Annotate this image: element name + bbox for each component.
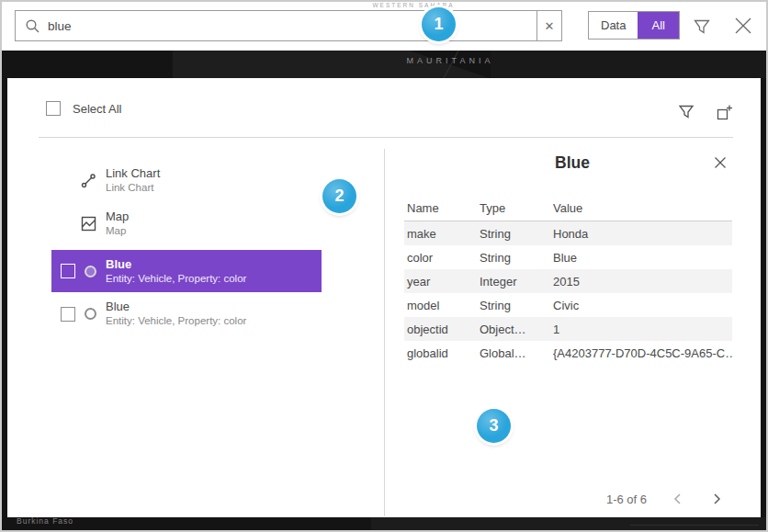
cell-value: 1 <box>553 323 732 336</box>
search-icon <box>25 18 40 34</box>
cell-name: objectid <box>404 323 480 336</box>
list-item-link-chart[interactable]: Link Chart Link Chart <box>51 159 322 202</box>
map-label-western-sahara: WESTERN SAHARA <box>356 2 470 8</box>
cell-type: Global… <box>480 346 553 360</box>
clear-search-icon[interactable]: ✕ <box>537 11 561 40</box>
result-checkbox[interactable] <box>61 264 75 278</box>
select-all-row: Select All <box>46 101 121 116</box>
scope-data-button[interactable]: Data <box>589 12 638 39</box>
table-row: model String Civic <box>404 293 732 317</box>
cell-value: 2015 <box>553 275 732 289</box>
map-landmass <box>371 517 766 530</box>
result-title: Blue <box>106 257 246 272</box>
cell-name: make <box>404 227 480 241</box>
table-row: objectid Object… 1 <box>404 317 732 341</box>
cell-type: String <box>480 299 553 312</box>
select-all-label: Select All <box>73 102 121 116</box>
list-item-map[interactable]: Map Map <box>51 202 322 245</box>
table-row: make String Honda <box>404 221 732 245</box>
cell-name: globalid <box>404 346 480 360</box>
close-icon[interactable] <box>733 16 753 36</box>
map-icon <box>81 216 96 232</box>
list-item-blue-selected[interactable]: Blue Entity: Vehicle, Property: color <box>51 250 322 292</box>
result-subtitle: Link Chart <box>106 181 160 195</box>
search-header: ✕ Data All <box>2 2 766 51</box>
table-row: color String Blue <box>404 245 732 269</box>
cell-name: year <box>404 275 480 289</box>
link-chart-icon <box>81 173 96 188</box>
cell-value: Honda <box>553 227 732 241</box>
map-label-burkina-faso: Burkina Faso <box>17 516 73 526</box>
column-header: Name <box>404 201 480 215</box>
page-range-label: 1-6 of 6 <box>606 492 647 506</box>
cell-value: Civic <box>553 299 732 312</box>
table-row: globalid Global… {A4203777-D70D-4C5C-9A6… <box>404 341 732 365</box>
table-header: Name Type Value <box>404 196 732 221</box>
page-prev-icon[interactable] <box>671 492 685 506</box>
cell-name: model <box>404 299 480 312</box>
callout-badge-1: 1 <box>422 7 456 41</box>
search-results-panel: Select All <box>7 78 761 517</box>
result-title: Map <box>106 209 129 224</box>
results-list: Link Chart Link Chart Map Map <box>51 159 322 335</box>
search-box: ✕ <box>15 10 562 41</box>
scope-all-button[interactable]: All <box>638 12 678 39</box>
detail-pane: Blue Name Type Value make String Honda <box>384 78 761 517</box>
page-next-icon[interactable] <box>709 492 724 506</box>
cell-type: String <box>480 251 553 265</box>
table-row: year Integer 2015 <box>404 269 732 293</box>
search-input[interactable] <box>40 11 536 40</box>
list-item-blue[interactable]: Blue Entity: Vehicle, Property: color <box>51 292 322 335</box>
map-label-mauritania: MAURITANIA <box>377 56 524 65</box>
callout-badge-3: 3 <box>477 409 511 443</box>
entity-icon <box>85 308 96 320</box>
scope-toggle: Data All <box>588 11 680 40</box>
app-window: MAURITANIA Burkina Faso WESTERN SAHARA ✕… <box>0 0 768 532</box>
properties-table: Name Type Value make String Honda color … <box>404 196 732 365</box>
result-subtitle: Entity: Vehicle, Property: color <box>106 314 246 328</box>
cell-name: color <box>404 251 480 265</box>
result-title: Blue <box>106 300 246 314</box>
result-checkbox[interactable] <box>61 307 75 322</box>
cell-type: Integer <box>480 275 553 289</box>
cell-value: Blue <box>553 251 732 265</box>
entity-icon <box>85 266 96 277</box>
map-landmass <box>491 51 766 78</box>
select-all-checkbox[interactable] <box>46 101 61 116</box>
result-subtitle: Entity: Vehicle, Property: color <box>106 272 246 286</box>
column-header: Type <box>480 201 553 215</box>
column-header: Value <box>553 201 732 215</box>
result-title: Link Chart <box>106 166 160 181</box>
cell-value: {A4203777-D70D-4C5C-9A65-C… <box>553 346 732 360</box>
filter-icon[interactable] <box>693 17 711 36</box>
cell-type: String <box>480 227 553 241</box>
pagination: 1-6 of 6 <box>606 492 724 506</box>
cell-type: Object… <box>480 323 553 336</box>
detail-title: Blue <box>384 153 761 173</box>
callout-badge-2: 2 <box>322 179 356 213</box>
result-subtitle: Map <box>106 224 129 238</box>
detail-close-icon[interactable] <box>713 155 728 170</box>
map-boundary-line <box>630 525 759 526</box>
